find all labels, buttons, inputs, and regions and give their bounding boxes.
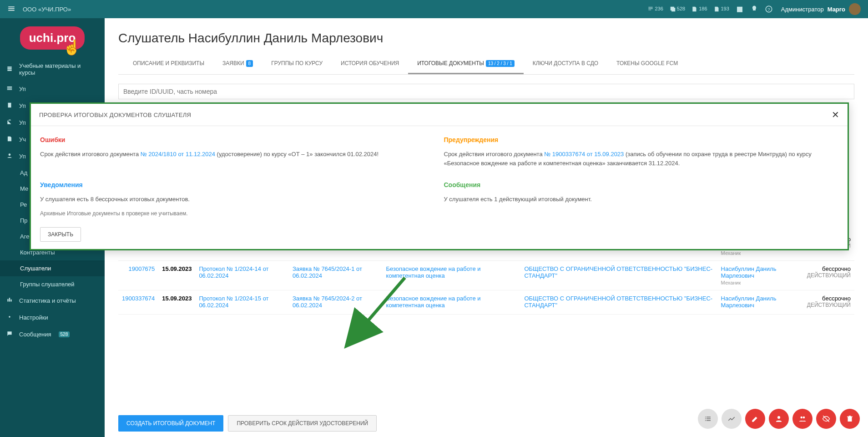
errors-text: Срок действия итогового документа № 2024… [40, 150, 435, 159]
org-name: ООО «УЧИ.ПРО» [23, 6, 71, 13]
row-id[interactable]: 1900337674 [122, 295, 155, 302]
row-date: 15.09.2023 [158, 261, 195, 290]
row-course[interactable]: Безопасное вождение на работе и компетен… [386, 265, 481, 279]
tab-tokens[interactable]: ТОКЕНЫ GOOGLE FCM [607, 54, 687, 74]
nav-stats[interactable]: Статистика и отчёты [0, 292, 105, 309]
row-listener[interactable]: Насибуллин Даниль Марлезович [721, 295, 777, 309]
modal-close-button[interactable]: ЗАКРЫТЬ [40, 227, 81, 242]
row-protocol[interactable]: Протокол № 1/2024-14 от 06.02.2024 [199, 265, 268, 279]
notif-item-1[interactable]: 236 [647, 6, 663, 12]
page-title: Слушатель Насибуллин Даниль Марлезович [118, 31, 854, 46]
nav-label: Настройки [19, 314, 48, 321]
tab-groups[interactable]: ГРУППЫ ПО КУРСУ [262, 54, 332, 74]
fab-person-icon[interactable] [769, 409, 789, 429]
user-name: Марго [828, 6, 845, 13]
row-listener[interactable]: Насибуллин Даниль Марлезович [721, 265, 777, 279]
warning-doc-link[interactable]: № 1900337674 от 15.09.2023 [544, 151, 624, 158]
tab-description[interactable]: ОПИСАНИЕ И РЕКВИЗИТЫ [124, 54, 213, 74]
row-date: 15.09.2023 [158, 290, 195, 315]
create-doc-button[interactable]: СОЗДАТЬ ИТОГОВЫЙ ДОКУМЕНТ [118, 415, 223, 432]
nav-groups[interactable]: Группы слушателей [0, 276, 105, 292]
notif-item-2[interactable]: 528 [670, 6, 685, 12]
svg-point-2 [9, 316, 10, 318]
nav-badge: 528 [59, 331, 70, 337]
nav-label: Уп [19, 102, 26, 109]
table-row[interactable]: 1900767515.09.2023Протокол № 1/2024-14 о… [118, 261, 854, 290]
row-protocol[interactable]: Протокол № 1/2024-15 от 06.02.2024 [199, 295, 268, 309]
filter-input[interactable] [118, 84, 854, 99]
calendar-icon[interactable] [736, 5, 744, 13]
nav-label: Уп [19, 86, 26, 92]
nav-materials[interactable]: Учебные материалы и курсы [0, 58, 105, 81]
notif-count-4: 193 [721, 6, 729, 11]
tab-history[interactable]: ИСТОРИЯ ОБУЧЕНИЯ [332, 54, 408, 74]
logo[interactable]: uchi.pro☝ [20, 26, 85, 50]
row-course[interactable]: Безопасное вождение на работе и компетен… [386, 295, 481, 309]
fab-hide-icon[interactable] [816, 409, 836, 429]
messages-text: У слушателя есть 1 действующий итоговый … [444, 195, 839, 204]
warnings-text: Срок действия итогового документа № 1900… [444, 150, 839, 168]
tab-docs[interactable]: ИТОГОВЫЕ ДОКУМЕНТЫ13 / 2 / 3 / 1 [408, 54, 524, 74]
nav-label: Ад [20, 169, 27, 176]
messages-title: Сообщения [444, 181, 839, 188]
error-doc-link[interactable]: № 2024/1810 от 11.12.2024 [141, 151, 215, 158]
modal-actions: ЗАКРЫТЬ [31, 222, 848, 249]
row-company[interactable]: ОБЩЕСТВО С ОГРАНИЧЕННОЙ ОТВЕТСТВЕННОСТЬЮ… [524, 295, 712, 309]
topbar-right: 236 528 186 193 ? [647, 3, 861, 15]
nav-label: Пр [20, 217, 28, 224]
nav-listeners[interactable]: Слушатели [0, 260, 105, 276]
errors-section: Ошибки Срок действия итогового документа… [40, 136, 435, 168]
notices-text: У слушателя есть 8 бессрочных итоговых д… [40, 195, 435, 204]
row-status: бессрочноДЕЙСТВУЮЩИЙ [803, 261, 854, 290]
row-request[interactable]: Заявка № 7645/2024-2 от 06.02.2024 [293, 295, 362, 309]
tab-badge: 13 / 2 / 3 / 1 [486, 60, 515, 67]
tab-keys[interactable]: КЛЮЧИ ДОСТУПА В СДО [524, 54, 607, 74]
bottom-actions: СОЗДАТЬ ИТОГОВЫЙ ДОКУМЕНТ ПРОВЕРИТЬ СРОК… [118, 415, 377, 432]
modal-header: ПРОВЕРКА ИТОГОВЫХ ДОКУМЕНТОВ СЛУШАТЕЛЯ ✕ [31, 104, 848, 126]
page-header: Слушатель Насибуллин Даниль Марлезович О… [105, 18, 868, 79]
fab-chart-icon[interactable] [722, 409, 742, 429]
nav-label: Сообщения [19, 331, 51, 338]
fab-row [698, 409, 860, 429]
avatar[interactable] [849, 3, 861, 15]
nav-label: Слушатели [20, 265, 51, 272]
row-id[interactable]: 19007675 [128, 265, 155, 272]
fab-delete-icon[interactable] [840, 409, 860, 429]
filter-row [105, 79, 868, 104]
table-row[interactable]: 190033767415.09.2023Протокол № 1/2024-15… [118, 290, 854, 315]
nav-label: Уп [19, 119, 26, 126]
row-company[interactable]: ОБЩЕСТВО С ОГРАНИЧЕННОЙ ОТВЕТСТВЕННОСТЬЮ… [524, 265, 712, 279]
fab-list-icon[interactable] [698, 409, 718, 429]
nav-label: Уч [19, 136, 26, 143]
tab-requests[interactable]: ЗАЯВКИ8 [213, 54, 262, 74]
notif-item-3[interactable]: 186 [691, 6, 707, 12]
check-expiry-button[interactable]: ПРОВЕРИТЬ СРОК ДЕЙСТВИЯ УДОСТОВЕРЕНИЙ [228, 415, 377, 432]
menu-icon[interactable] [7, 5, 15, 14]
nav-settings[interactable]: Настройки [0, 309, 105, 326]
user-role: Администратор [781, 6, 824, 13]
nav-label: Ре [20, 201, 27, 208]
topbar-left: ООО «УЧИ.ПРО» [7, 5, 71, 14]
row-request[interactable]: Заявка № 7645/2024-1 от 06.02.2024 [293, 265, 362, 279]
notif-count-1: 236 [655, 6, 663, 11]
notif-count-2: 528 [677, 6, 685, 11]
notices-title: Уведомления [40, 181, 435, 188]
close-icon[interactable]: ✕ [832, 109, 839, 120]
nav-label: Учебные материалы и курсы [19, 62, 98, 76]
nav-up1[interactable]: Уп [0, 81, 105, 97]
user-block[interactable]: Администратор Марго [781, 3, 861, 15]
nav-label: Ме [20, 185, 28, 192]
warnings-section: Предупреждения Срок действия итогового д… [444, 136, 839, 168]
notif-count-3: 186 [699, 6, 707, 11]
nav-label: Группы слушателей [20, 281, 75, 288]
nav-messages[interactable]: Сообщения528 [0, 326, 105, 343]
help-icon[interactable]: ? [765, 5, 773, 13]
warnings-title: Предупреждения [444, 136, 839, 143]
fab-edit-icon[interactable] [745, 409, 765, 429]
fab-group-icon[interactable] [792, 409, 812, 429]
notif-item-4[interactable]: 193 [714, 6, 729, 12]
bulb-icon[interactable] [750, 5, 758, 13]
topbar: ООО «УЧИ.ПРО» 236 528 186 193 [0, 0, 868, 18]
messages-section: Сообщения У слушателя есть 1 действующий… [444, 181, 839, 204]
notices-section: Уведомления У слушателя есть 8 бессрочны… [40, 181, 435, 204]
